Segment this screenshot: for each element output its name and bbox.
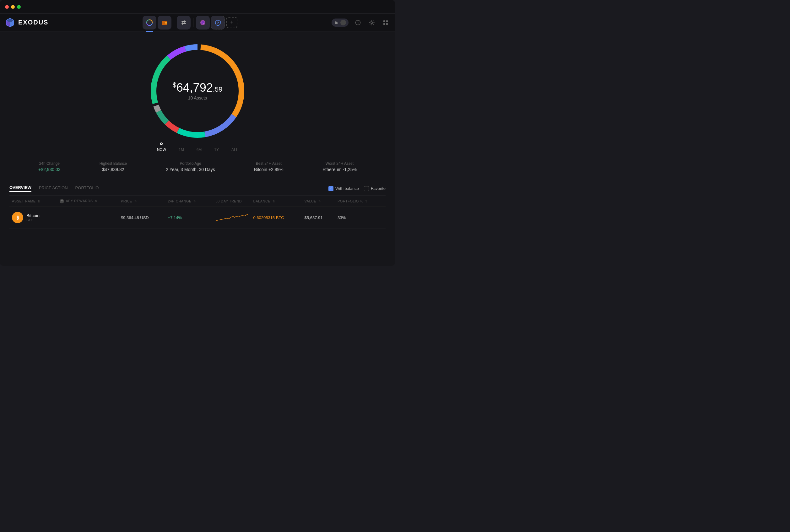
stat-worst-asset-value: Ethereum -1,25% (322, 167, 357, 172)
asset-ticker: BTC (26, 218, 40, 222)
shield-icon: + (214, 19, 221, 26)
amount-main: 64,792 (176, 81, 213, 94)
tab-overview[interactable]: OVERVIEW (10, 185, 32, 192)
stat-24h-change: 24h Change +$2,930.03 (38, 161, 60, 172)
nav-tab-shield[interactable]: + (211, 16, 225, 30)
nav-tabs: + + (143, 16, 238, 30)
nav-tab-portfolio[interactable] (143, 16, 156, 30)
with-balance-check: ✓ (328, 186, 334, 191)
nav-tab-wallet[interactable] (157, 16, 171, 30)
settings-icon (369, 19, 375, 26)
svg-rect-13 (386, 20, 388, 22)
trend-chart (215, 211, 248, 223)
balance-cell: 0.60205315 BTC (250, 207, 302, 228)
svg-point-5 (201, 21, 204, 24)
grid-icon (382, 19, 389, 26)
btc-icon: ₿ (12, 212, 23, 223)
table-header: ASSET NAME ⇅ ? APY REWARDS ⇅ PRICE ⇅ 24H… (10, 196, 385, 207)
favorite-label: Favorite (371, 186, 385, 191)
close-button[interactable] (5, 5, 9, 9)
dollar-sign: $ (172, 81, 176, 89)
stats-row: 24h Change +$2,930.03 Highest Balance $4… (0, 155, 395, 178)
lock-dot (340, 20, 346, 25)
svg-rect-15 (386, 23, 388, 25)
asset-full-name: Bitcoin (26, 213, 40, 218)
tab-portfolio[interactable]: PORTFOLIO (75, 186, 99, 191)
chart-center: $64,792.59 10 Assets (172, 82, 222, 100)
bitcoin-logo: ₿ (15, 214, 21, 221)
main-content: $64,792.59 10 Assets NOW 1M 6M 1Y ALL (0, 32, 395, 266)
nav-tab-ai[interactable] (196, 16, 210, 30)
portfolio-pct-cell: 33% (335, 207, 385, 228)
svg-point-6 (202, 21, 203, 22)
time-btn-all[interactable]: ALL (231, 148, 238, 152)
history-button[interactable] (354, 18, 362, 27)
lock-toggle[interactable] (332, 19, 349, 27)
sort-arrow-apy: ⇅ (95, 200, 98, 203)
traffic-lights (5, 5, 21, 9)
change-cell: +7.14% (166, 207, 213, 228)
trend-cell (213, 207, 250, 228)
svg-point-11 (371, 22, 373, 23)
svg-text:+: + (218, 20, 219, 22)
sort-arrow-change: ⇅ (193, 200, 196, 203)
col-value: VALUE ⇅ (302, 196, 335, 207)
svg-rect-9 (335, 22, 338, 24)
logo-text: EXODUS (18, 19, 48, 26)
sort-arrow-price: ⇅ (134, 200, 137, 203)
stat-worst-asset-label: Worst 24H Asset (322, 161, 357, 166)
time-btn-1y[interactable]: 1Y (214, 148, 219, 152)
settings-button[interactable] (368, 18, 376, 27)
col-apy: ? APY REWARDS ⇅ (57, 196, 118, 207)
stat-24h-change-label: 24h Change (38, 161, 60, 166)
grid-button[interactable] (381, 18, 390, 27)
time-btn-1m[interactable]: 1M (178, 148, 184, 152)
svg-point-7 (203, 23, 204, 23)
apy-value: — (60, 215, 64, 220)
tab-price-action[interactable]: PRICE ACTION (39, 186, 68, 191)
sort-arrow-balance: ⇅ (272, 200, 275, 203)
value-cell: $5,637.91 (302, 207, 335, 228)
apy-help-icon[interactable]: ? (60, 199, 64, 203)
portfolio-icon (146, 19, 153, 26)
table-body: ₿ Bitcoin BTC — $9,364.48 USD (10, 207, 385, 228)
exchange-icon (180, 19, 187, 26)
exodus-logo-icon (5, 18, 15, 27)
time-btn-6m[interactable]: 6M (196, 148, 202, 152)
stat-highest-balance-label: Highest Balance (99, 161, 127, 166)
svg-text:₿: ₿ (17, 215, 19, 220)
time-selector: NOW 1M 6M 1Y ALL (151, 148, 245, 152)
col-price: PRICE ⇅ (118, 196, 166, 207)
toolbar-right (332, 18, 390, 27)
apy-cell: — (57, 207, 118, 228)
add-icon: + (230, 19, 233, 26)
main-toolbar: EXODUS (0, 14, 395, 32)
asset-name-cell: ₿ Bitcoin BTC (10, 207, 57, 228)
filter-favorite[interactable]: Favorite (364, 186, 385, 191)
assets-table: ASSET NAME ⇅ ? APY REWARDS ⇅ PRICE ⇅ 24H… (10, 196, 385, 228)
with-balance-label: With balance (335, 186, 359, 191)
col-30d-trend: 30 DAY TREND (213, 196, 250, 207)
time-btn-now[interactable]: NOW (157, 148, 166, 152)
stat-best-asset-label: Best 24H Asset (254, 161, 284, 166)
nav-tab-add[interactable]: + (226, 17, 238, 28)
filter-with-balance[interactable]: ✓ With balance (328, 186, 359, 191)
table-filter-area: ✓ With balance Favorite (328, 186, 385, 191)
donut-chart: $64,792.59 10 Assets (144, 38, 251, 145)
minimize-button[interactable] (11, 5, 15, 9)
sort-arrow-asset: ⇅ (38, 200, 40, 203)
logo-area: EXODUS (5, 18, 48, 27)
nav-divider-2 (193, 18, 193, 27)
svg-rect-12 (383, 20, 385, 22)
price-cell: $9,364.48 USD (118, 207, 166, 228)
table-tabs: OVERVIEW PRICE ACTION PORTFOLIO ✓ With b… (10, 182, 385, 196)
history-icon (355, 19, 361, 26)
col-24h-change: 24H CHANGE ⇅ (166, 196, 213, 207)
maximize-button[interactable] (17, 5, 21, 9)
favorite-check (364, 186, 369, 191)
lock-icon (334, 20, 338, 25)
sort-arrow-portfolio: ⇅ (365, 200, 368, 203)
table-row[interactable]: ₿ Bitcoin BTC — $9,364.48 USD (10, 207, 385, 228)
nav-tab-exchange[interactable] (177, 16, 191, 30)
col-portfolio-pct: PORTFOLIO % ⇅ (335, 196, 385, 207)
